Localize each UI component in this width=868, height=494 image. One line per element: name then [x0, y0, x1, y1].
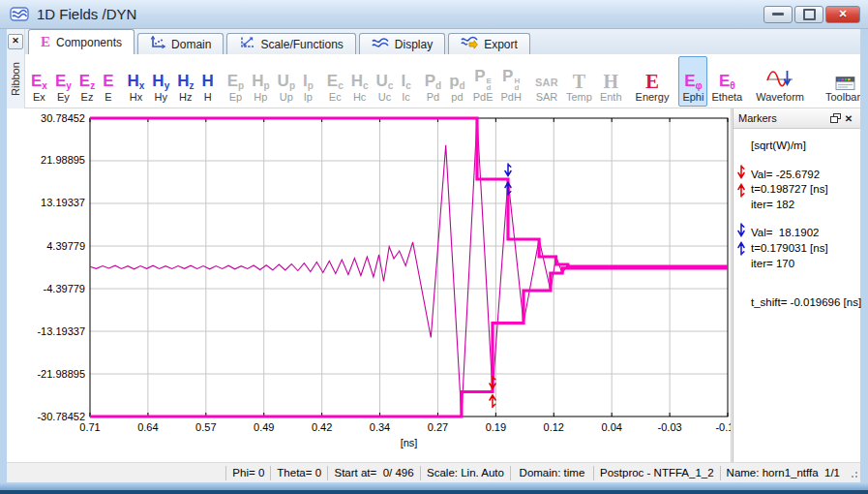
ribbon-group: EφEphiEθEtheta	[678, 56, 746, 107]
tab-label: Domain	[171, 38, 211, 51]
tab-export[interactable]: Export	[448, 33, 530, 54]
restore-button[interactable]	[794, 6, 823, 23]
temp-icon: T	[573, 66, 585, 91]
ez-button[interactable]: EzEz	[75, 56, 99, 107]
marker-arrow-icon	[736, 223, 746, 261]
waveform-button[interactable]: Waveform	[752, 56, 808, 107]
uc-icon: Uc	[376, 66, 394, 91]
tab-label: Display	[395, 38, 433, 51]
button-label: Etheta	[711, 91, 742, 104]
button-label: Ez	[81, 91, 94, 104]
plot-canvas[interactable]: 0.710.640.570.490.420.340.270.190.120.04…	[7, 108, 731, 462]
x-tick-label: 0.34	[370, 421, 390, 433]
etheta-button[interactable]: EθEtheta	[707, 56, 746, 107]
min-envelope-curve	[90, 268, 728, 417]
minimize-button[interactable]	[763, 6, 793, 23]
x-tick-label: 0.49	[254, 421, 274, 433]
marker-iter: iter= 182	[751, 198, 856, 213]
button-label: Hz	[179, 91, 192, 104]
ex-button[interactable]: ExEx	[27, 56, 51, 107]
field-plot[interactable]: 0.710.640.570.490.420.340.270.190.120.04…	[7, 108, 731, 463]
button-label: Up	[280, 91, 293, 104]
resize-grip[interactable]	[846, 466, 859, 479]
markers-unit-label: [sqrt(W)/m]	[751, 139, 856, 154]
status-cell: Domain: time	[510, 466, 593, 480]
restore-icon	[803, 9, 816, 20]
ec-icon: Ec	[327, 66, 344, 91]
status-cell: Phi= 0	[225, 466, 270, 480]
max-envelope-curve	[90, 118, 728, 266]
status-bar: Phi= 0Theta= 0Start at= 0/ 496Scale: Lin…	[7, 462, 860, 482]
temp-button: TTemp	[562, 56, 596, 107]
button-label: Hx	[130, 91, 142, 104]
hp-button: HpHp	[248, 56, 273, 107]
button-label: Toolbars	[825, 91, 860, 104]
tab-display[interactable]: Display	[359, 33, 445, 54]
button-label: Hc	[353, 91, 366, 104]
window-title: 1D Fields /DYN	[37, 6, 136, 22]
ribbon-side-tab[interactable]: Ribbon	[10, 49, 21, 108]
marker-entry: Val= -25.6792t=0.198727 [ns]iter= 182	[751, 168, 856, 214]
button-label: Ey	[57, 91, 70, 104]
ephi-button[interactable]: EφEphi	[678, 56, 707, 107]
hy-icon: Hy	[152, 66, 169, 91]
marker-arrow-icon	[736, 165, 746, 202]
scale-functions-icon	[239, 36, 254, 52]
domain-icon	[150, 36, 165, 52]
uc-button: UcUc	[373, 56, 398, 107]
h-button[interactable]: HH	[197, 56, 217, 107]
marker-time: t=0.179031 [ns]	[751, 241, 856, 257]
ec-button: EcEc	[323, 56, 347, 107]
toolbars-button[interactable]: Toolbars	[822, 56, 860, 107]
markers-panel: Markers ✕ [sqrt(W)/m] Val= -25.6792t=0.1…	[733, 108, 860, 462]
status-cell: Scale: Lin. Auto	[420, 466, 510, 480]
ribbon-close-button[interactable]: ✕	[8, 34, 23, 49]
tab-components[interactable]: EComponents	[28, 29, 135, 54]
ey-button[interactable]: EyEy	[51, 56, 75, 107]
markers-panel-titlebar: Markers ✕	[733, 108, 860, 129]
button-label: Pd	[427, 91, 439, 104]
pd-icon: pd	[449, 66, 465, 91]
x-tick-label: 0.04	[601, 421, 621, 433]
title-bar: 1D Fields /DYN ✕	[0, 0, 868, 29]
y-tick-label: -30.78452	[37, 411, 85, 422]
ep-button: EpEp	[224, 56, 248, 107]
enth-icon: H	[603, 66, 618, 91]
ribbon-group: HxHxHyHyHzHzHH	[124, 56, 218, 107]
window-frame-bottom	[0, 482, 868, 494]
marker-val: Val= -25.6792	[751, 168, 856, 183]
tab-scale-functions[interactable]: Scale/Functions	[226, 33, 355, 54]
pdh-icon: PHd	[502, 66, 520, 91]
button-label: H	[204, 91, 212, 104]
float-panel-button[interactable]	[828, 111, 842, 125]
sar-button: SARSAR	[531, 56, 562, 107]
tab-label: Scale/Functions	[260, 38, 343, 51]
e-button[interactable]: EE	[99, 56, 117, 107]
hp-icon: Hp	[252, 66, 269, 91]
hy-button[interactable]: HyHy	[148, 56, 173, 107]
components-icon: E	[41, 36, 50, 49]
app-wave-icon[interactable]	[10, 6, 29, 22]
x-tick-label: 0.19	[486, 421, 506, 433]
close-button[interactable]: ✕	[825, 6, 860, 23]
toolbars-icon	[835, 66, 855, 91]
enth-button: HEnth	[596, 56, 626, 107]
markers-panel-title: Markers	[738, 112, 777, 124]
status-cell: Start at= 0/ 496	[327, 466, 420, 480]
hz-icon: Hz	[177, 66, 194, 91]
ribbon-tab-strip: EComponentsDomainScale/FunctionsDisplayE…	[25, 29, 860, 54]
y-tick-label: 30.78452	[41, 112, 85, 124]
x-tick-label: -0.03	[658, 421, 682, 433]
export-icon	[461, 36, 478, 52]
button-label: Ic	[402, 91, 410, 104]
markers-panel-body: [sqrt(W)/m] Val= -25.6792t=0.198727 [ns]…	[733, 129, 860, 310]
button-label: PdE	[473, 91, 494, 104]
hx-button[interactable]: HxHx	[124, 56, 149, 107]
button-label: Hp	[254, 91, 267, 104]
status-cell: Theta= 0	[270, 466, 327, 480]
tab-domain[interactable]: Domain	[137, 33, 224, 54]
energy-button[interactable]: EEnergy	[632, 56, 673, 107]
button-label: Enth	[600, 91, 622, 104]
hz-button[interactable]: HzHz	[173, 56, 197, 107]
close-panel-button[interactable]: ✕	[842, 111, 855, 125]
